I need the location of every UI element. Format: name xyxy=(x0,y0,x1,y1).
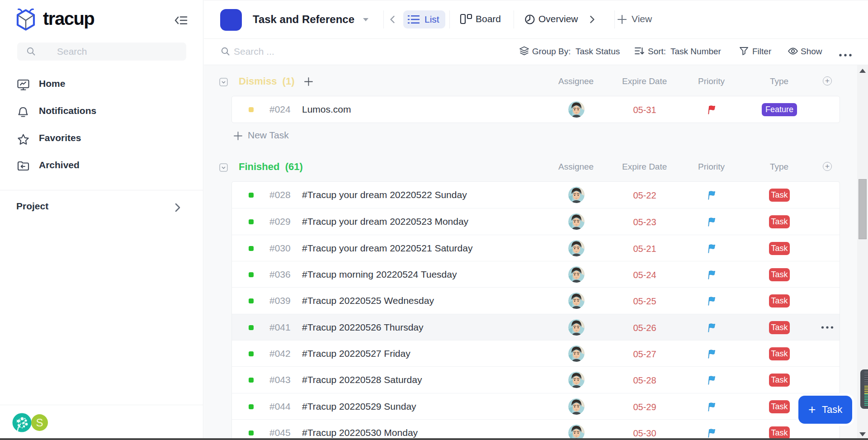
svg-text:S: S xyxy=(36,416,43,429)
